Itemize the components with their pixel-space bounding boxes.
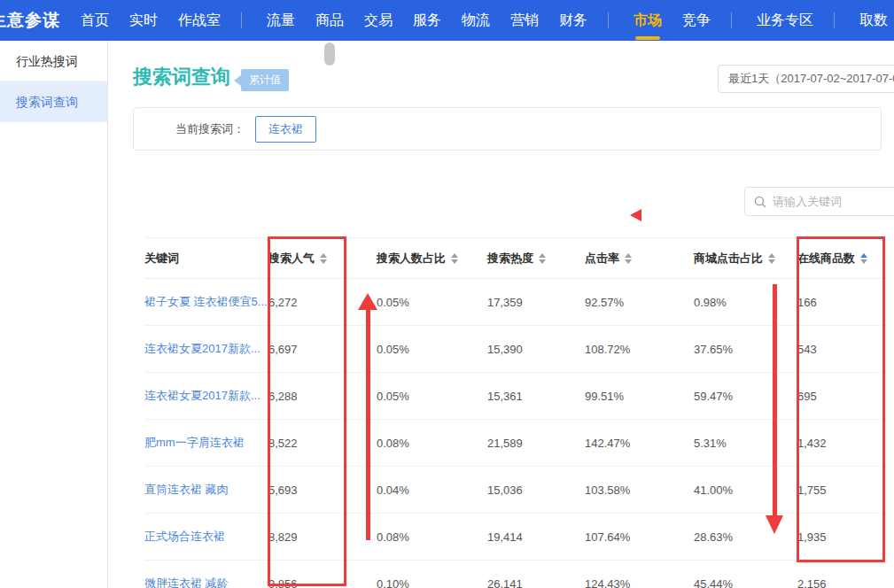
keyword-search-input[interactable]: 请输入关键词 [744, 187, 894, 216]
nav-item-traffic[interactable]: 流量 [267, 0, 295, 41]
cell-ctr: 142.47% [585, 437, 694, 450]
keyword-table: 关键词 搜索人气 搜索人数占比 搜索热度 点击率 商城点击占比 [144, 237, 886, 588]
badge-label: 累计值 [241, 69, 289, 91]
date-range-picker[interactable]: 最近1天（2017-07-02~2017-07-02 [718, 65, 894, 93]
nav-item-finance[interactable]: 财务 [559, 0, 587, 41]
nav-item-goods[interactable]: 商品 [315, 0, 344, 41]
cell-searcher-ratio: 0.05% [377, 390, 487, 403]
cell-search-heat: 15,036 [487, 484, 585, 497]
cell-ctr: 92.57% [585, 296, 694, 309]
col-header-mall-click-ratio: 商城点击占比 [694, 251, 797, 267]
keyword-link[interactable]: 裙子女夏 连衣裙便宜5... [144, 294, 268, 310]
cell-search-heat: 19,414 [487, 530, 585, 544]
cell-mall-click-ratio: 37.65% [694, 343, 797, 356]
col-header-ctr: 点击率 [585, 251, 694, 267]
nav-item-marketing[interactable]: 营销 [510, 0, 539, 41]
keyword-link[interactable]: 正式场合连衣裙 [144, 529, 268, 545]
cell-online-products: 695 [797, 390, 886, 403]
sidebar: 行业热搜词 搜索词查询 [0, 41, 108, 588]
col-label: 点击率 [585, 251, 619, 267]
cell-search-popularity: 6,272 [268, 296, 377, 309]
page-title: 搜索词查询 [133, 64, 230, 90]
cell-mall-click-ratio: 28.63% [694, 530, 797, 544]
cell-search-heat: 26,141 [487, 577, 585, 588]
nav-item-realtime[interactable]: 实时 [129, 0, 158, 41]
cell-ctr: 107.64% [585, 530, 694, 544]
nav-divider [608, 12, 609, 28]
cell-search-popularity: 8,522 [268, 437, 377, 450]
cell-online-products: 166 [797, 296, 886, 309]
cell-mall-click-ratio: 45.44% [694, 577, 797, 588]
cell-mall-click-ratio: 0.98% [694, 296, 797, 309]
col-label: 搜索热度 [487, 251, 533, 267]
nav-divider [241, 12, 242, 28]
screen: 生意参谋 首页 实时 作战室 流量 商品 交易 服务 物流 营销 财务 市场 竞… [0, 0, 894, 588]
nav-item-data-extract[interactable]: 取数 [859, 0, 888, 41]
badge-arrow-icon [234, 75, 241, 86]
cell-search-popularity: 6,288 [268, 390, 377, 403]
nav-divider [834, 12, 835, 28]
app-logo[interactable]: 生意参谋 [0, 9, 60, 32]
table-row: 连衣裙女夏2017新款...6,6970.05%15,390108.72%37.… [144, 326, 886, 373]
nav-item-competition[interactable]: 竞争 [682, 0, 711, 41]
col-header-search-popularity: 搜索人气 [268, 251, 377, 267]
sort-icon[interactable] [320, 253, 327, 264]
table-row: 微胖连衣裙 减龄9,8560.10%26,141124.43%45.44%2,1… [144, 561, 886, 588]
cell-mall-click-ratio: 59.47% [694, 390, 797, 403]
table-row: 连衣裙女夏2017新款...6,2880.05%15,36199.51%59.4… [144, 373, 886, 420]
sort-icon[interactable] [539, 253, 546, 264]
cell-ctr: 103.58% [585, 484, 694, 497]
sort-icon[interactable] [625, 253, 632, 264]
cell-mall-click-ratio: 41.00% [694, 484, 797, 497]
keyword-link[interactable]: 直筒连衣裙 藏肉 [144, 482, 268, 498]
table-row: 裙子女夏 连衣裙便宜5...6,2720.05%17,35992.57%0.98… [144, 279, 886, 326]
cell-online-products: 1,935 [797, 530, 886, 544]
col-label: 关键词 [144, 251, 179, 267]
cell-searcher-ratio: 0.05% [377, 343, 487, 356]
cell-ctr: 108.72% [585, 343, 694, 356]
scrollbar-thumb[interactable] [324, 43, 335, 66]
top-nav: 生意参谋 首页 实时 作战室 流量 商品 交易 服务 物流 营销 财务 市场 竞… [0, 0, 894, 41]
current-search-label: 当前搜索词： [175, 121, 245, 137]
nav-item-market[interactable]: 市场 [634, 0, 662, 41]
cell-search-heat: 15,361 [487, 390, 585, 403]
search-placeholder: 请输入关键词 [773, 194, 842, 210]
cell-search-heat: 21,589 [487, 437, 585, 450]
cell-online-products: 1,755 [797, 484, 886, 497]
sidebar-item-search-word-query[interactable]: 搜索词查询 [0, 81, 107, 122]
nav-item-war-room[interactable]: 作战室 [178, 0, 221, 41]
nav-item-business-zone[interactable]: 业务专区 [757, 0, 813, 41]
cell-searcher-ratio: 0.05% [377, 296, 487, 309]
current-keyword-tag[interactable]: 连衣裙 [255, 116, 316, 143]
cell-search-popularity: 6,697 [268, 343, 377, 356]
table-body: 裙子女夏 连衣裙便宜5...6,2720.05%17,35992.57%0.98… [144, 279, 886, 588]
sort-icon[interactable] [451, 253, 458, 264]
keyword-link[interactable]: 连衣裙女夏2017新款... [144, 388, 268, 404]
nav-item-home[interactable]: 首页 [81, 0, 109, 41]
cell-online-products: 1,432 [797, 437, 886, 450]
keyword-link[interactable]: 微胖连衣裙 减龄 [144, 576, 268, 588]
sort-icon[interactable] [768, 253, 775, 264]
nav-item-service[interactable]: 服务 [413, 0, 441, 41]
cell-search-popularity: 5,693 [268, 484, 377, 497]
col-label: 搜索人数占比 [377, 251, 446, 267]
col-header-search-heat: 搜索热度 [487, 251, 585, 267]
sidebar-item-hot-search-words[interactable]: 行业热搜词 [0, 41, 107, 81]
keyword-link[interactable]: 肥mm一字肩连衣裙 [144, 435, 268, 451]
cell-online-products: 543 [797, 343, 886, 356]
col-label: 在线商品数 [797, 251, 855, 267]
table-row: 肥mm一字肩连衣裙8,5220.08%21,589142.47%5.31%1,4… [144, 420, 886, 467]
cell-searcher-ratio: 0.08% [377, 437, 487, 450]
sort-icon-active[interactable] [860, 253, 867, 264]
col-label: 商城点击占比 [694, 251, 763, 267]
cell-search-heat: 15,390 [487, 343, 585, 356]
nav-item-trade[interactable]: 交易 [364, 0, 393, 41]
cell-searcher-ratio: 0.10% [377, 577, 487, 588]
current-search-box: 当前搜索词： 连衣裙 [133, 107, 882, 151]
table-header: 关键词 搜索人气 搜索人数占比 搜索热度 点击率 商城点击占比 [144, 237, 886, 279]
nav-item-logistics[interactable]: 物流 [462, 0, 490, 41]
cell-mall-click-ratio: 5.31% [694, 437, 797, 450]
keyword-link[interactable]: 连衣裙女夏2017新款... [144, 341, 268, 357]
table-row: 正式场合连衣裙8,8290.08%19,414107.64%28.63%1,93… [144, 514, 886, 561]
cell-online-products: 2,156 [797, 577, 886, 588]
